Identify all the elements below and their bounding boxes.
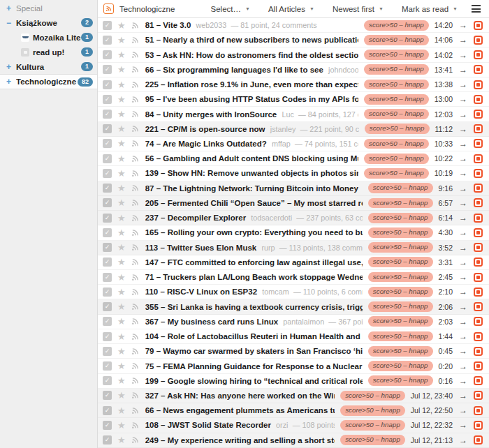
rss-feed-icon[interactable] [131, 333, 139, 341]
star-icon[interactable]: ★ [117, 243, 126, 252]
article-title-link[interactable]: 139 – Show HN: Remove unwanted objects i… [145, 169, 358, 177]
rss-feed-icon[interactable] [131, 303, 139, 311]
external-link-arrow[interactable]: → [459, 214, 467, 222]
read-checkbox[interactable]: ✓ [103, 376, 112, 385]
external-link-arrow[interactable]: → [459, 318, 467, 326]
article-title-link[interactable]: 81 – Vite 3.0 web2033 — 81 point, 24 com… [145, 21, 358, 29]
star-icon[interactable]: ★ [117, 435, 126, 445]
external-link-arrow[interactable]: → [459, 258, 467, 267]
read-checkbox[interactable]: ✓ [103, 421, 112, 430]
rss-feed-icon[interactable] [131, 258, 139, 266]
star-icon[interactable]: ★ [117, 347, 126, 356]
star-icon[interactable]: ★ [117, 361, 126, 371]
article-title-link[interactable]: 104 – Role of Lactobacillus Reuteri in H… [145, 332, 363, 341]
star-icon[interactable]: ★ [117, 198, 126, 207]
rss-feed-icon[interactable] [131, 214, 139, 222]
read-checkbox[interactable]: ✓ [103, 198, 112, 207]
article-row[interactable]: ✓ ★ 53 – Ask HN: How do astronomers find… [98, 47, 489, 62]
rss-feed-icon[interactable] [131, 274, 139, 281]
star-icon[interactable]: ★ [117, 110, 126, 119]
sidebar-item-special[interactable]: + Special [0, 1, 97, 15]
star-icon[interactable]: ★ [117, 80, 126, 89]
expand-toggle-icon[interactable]: − [6, 18, 16, 28]
read-checkbox[interactable]: ✓ [103, 139, 112, 148]
filter-dropdown[interactable]: All Articles ▼ [268, 5, 314, 13]
external-link-arrow[interactable]: → [459, 436, 467, 445]
read-checkbox[interactable]: ✓ [103, 21, 112, 30]
sort-dropdown[interactable]: Newest first ▼ [333, 5, 384, 13]
article-row[interactable]: ✓ ★ 51 – Nearly a third of new subscribe… [98, 33, 489, 47]
article-row[interactable]: ✓ ★ 81 – Vite 3.0 web2033 — 81 point, 24… [98, 18, 489, 33]
read-checkbox[interactable]: ✓ [103, 36, 112, 45]
rss-feed-icon[interactable] [131, 436, 139, 444]
article-title-link[interactable]: 66 – Six programming languages I'd like … [145, 66, 358, 74]
star-icon[interactable]: ★ [117, 169, 126, 178]
article-title-link[interactable]: 56 – Gambling and Adult content DNS bloc… [145, 154, 358, 163]
rss-feed-icon[interactable] [131, 170, 139, 177]
article-title-link[interactable]: 110 – RISC-V Linux on ESP32 tomcam — 110… [145, 288, 363, 296]
article-row[interactable]: ✓ ★ 237 – Decompiler Explorer todsacerdo… [98, 211, 489, 225]
star-icon[interactable]: ★ [117, 21, 126, 30]
article-title-link[interactable]: 237 – Decompiler Explorer todsacerdoti —… [145, 214, 363, 222]
read-checkbox[interactable]: ✓ [103, 361, 112, 371]
sidebar-item-mozaika-litera[interactable]: Mozaika Litera… 1 [0, 30, 97, 45]
external-link-arrow[interactable]: → [459, 421, 467, 429]
rss-feed-icon[interactable] [131, 81, 139, 89]
star-icon[interactable]: ★ [117, 36, 126, 45]
read-checkbox[interactable]: ✓ [103, 95, 112, 104]
star-icon[interactable]: ★ [117, 288, 126, 297]
external-link-arrow[interactable]: → [459, 140, 467, 148]
star-icon[interactable]: ★ [117, 406, 126, 415]
article-title-link[interactable]: 165 – Rolling your own crypto: Everythin… [145, 228, 363, 237]
star-icon[interactable]: ★ [117, 228, 126, 237]
rss-feed-icon[interactable] [131, 229, 139, 237]
article-title-link[interactable]: 327 – Ask HN: Has anyone here worked on … [145, 391, 335, 400]
article-row[interactable]: ✓ ★ 108 – JWST Solid State Recorder orzi… [98, 418, 489, 433]
star-icon[interactable]: ★ [117, 317, 126, 326]
rss-feed-icon[interactable] [131, 140, 139, 147]
article-row[interactable]: ✓ ★ 113 – Twitter Sues Elon Musk rurp — … [98, 241, 489, 255]
rss-feed-icon[interactable] [131, 348, 139, 355]
read-checkbox[interactable]: ✓ [103, 50, 112, 59]
article-title-link[interactable]: 113 – Twitter Sues Elon Musk rurp — 113 … [145, 244, 363, 252]
read-checkbox[interactable]: ✓ [103, 184, 112, 193]
menu-icon[interactable] [472, 5, 481, 13]
article-row[interactable]: ✓ ★ 66 – Six programming languages I'd l… [98, 63, 489, 77]
article-row[interactable]: ✓ ★ 139 – Show HN: Remove unwanted objec… [98, 166, 489, 181]
article-title-link[interactable]: 221 – CP/M is open-source now jstanley —… [145, 125, 359, 133]
article-title-link[interactable]: 87 – The Lightning Network: Turning Bitc… [145, 184, 363, 193]
article-title-link[interactable]: 355 – Sri Lanka is having a textbook cur… [145, 303, 363, 311]
rss-feed-icon[interactable] [131, 362, 139, 370]
read-checkbox[interactable]: ✓ [103, 391, 112, 400]
rss-feed-icon[interactable] [131, 377, 139, 384]
article-row[interactable]: ✓ ★ 74 – Are Magic Links Outdated? mffap… [98, 137, 489, 151]
sidebar-item-ksi-kowe[interactable]: − Książkowe 2 [0, 15, 97, 30]
rss-feed-icon[interactable] [131, 288, 139, 296]
external-link-arrow[interactable]: → [459, 66, 467, 74]
external-link-arrow[interactable]: → [459, 199, 467, 207]
star-icon[interactable]: ★ [117, 273, 126, 282]
article-row[interactable]: ✓ ★ 95 – I've been abusing HTTP Status C… [98, 92, 489, 107]
external-link-arrow[interactable]: → [459, 36, 467, 44]
article-title-link[interactable]: 249 – My experience writing and selling … [145, 436, 335, 445]
article-title-link[interactable]: 367 – My business card runs Linux pantal… [145, 318, 363, 326]
read-checkbox[interactable]: ✓ [103, 288, 112, 297]
article-row[interactable]: ✓ ★ 327 – Ask HN: Has anyone here worked… [98, 389, 489, 403]
rss-feed-icon[interactable] [131, 51, 139, 59]
sidebar-item-read-up[interactable]: read up! 1 [0, 45, 97, 59]
external-link-arrow[interactable]: → [459, 332, 467, 341]
external-link-arrow[interactable]: → [459, 51, 467, 59]
read-checkbox[interactable]: ✓ [103, 406, 112, 415]
star-icon[interactable]: ★ [117, 376, 126, 385]
read-checkbox[interactable]: ✓ [103, 257, 112, 267]
article-row[interactable]: ✓ ★ 205 – Fermented Chili “Open Sauce” –… [98, 196, 489, 211]
article-title-link[interactable]: 71 – Truckers plan LA/Long Beach work st… [145, 273, 363, 281]
read-checkbox[interactable]: ✓ [103, 435, 112, 445]
article-title-link[interactable]: 84 – Unity merges with IronSource Luc — … [145, 110, 358, 119]
article-title-link[interactable]: 79 – Waymo car swarmed by skaters in San… [145, 347, 363, 355]
rss-feed-icon[interactable] [131, 184, 139, 192]
sidebar-item-kultura[interactable]: + Kultura 1 [0, 59, 97, 74]
external-link-arrow[interactable]: → [459, 347, 467, 355]
star-icon[interactable]: ★ [117, 184, 126, 193]
article-row[interactable]: ✓ ★ 87 – The Lightning Network: Turning … [98, 181, 489, 196]
